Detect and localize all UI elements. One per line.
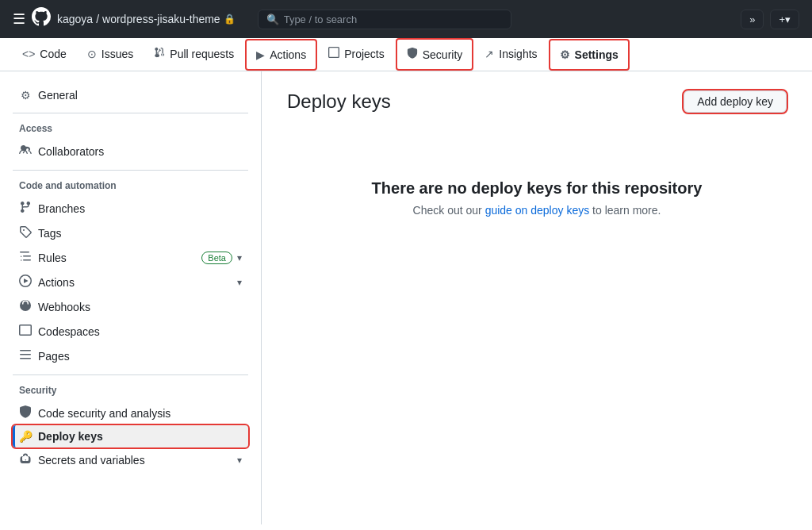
security-icon [407,48,418,61]
new-button[interactable]: +▾ [770,10,799,29]
sidebar-collaborators-label: Collaborators [38,145,242,158]
webhooks-icon [19,299,32,314]
rules-icon [19,250,32,265]
sidebar-code-security-label: Code security and analysis [38,407,242,420]
repo-nav: <> Code ⊙ Issues Pull requests ▶ Actions… [0,38,812,71]
github-logo[interactable] [32,7,51,31]
actions-sidebar-icon [19,275,32,290]
nav-actions-label: Actions [270,48,306,61]
projects-icon [328,47,339,60]
insights-icon: ↗ [485,48,494,60]
sidebar-security-section: Security [13,385,248,396]
codespaces-icon [19,324,32,339]
search-placeholder: Type / to search [284,13,358,25]
topbar-search[interactable]: 🔍 Type / to search [258,10,511,29]
sidebar-tags[interactable]: Tags [13,221,248,245]
empty-state-description: Check out our guide on deploy keys to le… [303,204,771,217]
sidebar-secrets-label: Secrets and variables [38,454,145,467]
repo-owner-link[interactable]: kagoya [57,13,93,25]
nav-projects[interactable]: Projects [319,39,394,70]
sidebar-access-section: Access [13,123,248,134]
empty-state: There are no deploy keys for this reposi… [287,132,787,264]
key-icon: 🔑 [19,430,32,443]
actions-icon: ▶ [256,48,265,61]
beta-badge: Beta [201,252,232,264]
secrets-chevron-icon: ▾ [237,455,242,466]
code-security-icon [19,405,32,421]
nav-pr-label: Pull requests [170,48,234,60]
sidebar-divider-1 [13,113,248,113]
sidebar-deploy-keys-label: Deploy keys [38,430,242,443]
nav-settings-label: Settings [575,48,619,61]
sidebar-branches-label: Branches [38,202,242,215]
nav-insights[interactable]: ↗ Insights [475,40,546,70]
sidebar-webhooks[interactable]: Webhooks [13,294,248,319]
code-icon: <> [22,48,35,60]
sidebar-code-security[interactable]: Code security and analysis [13,401,248,425]
settings-icon: ⚙ [560,48,570,61]
sidebar-codespaces[interactable]: Codespaces [13,319,248,344]
empty-desc-prefix: Check out our [413,204,485,217]
repo-path: kagoya / wordpress-jisaku-theme 🔒 [57,13,236,25]
terminal-icon: » [749,13,755,25]
chevron-down-icon: ▾ [237,252,242,263]
nav-projects-label: Projects [344,48,385,60]
nav-settings[interactable]: ⚙ Settings [549,39,630,71]
pages-icon [19,348,32,363]
sidebar-branches[interactable]: Branches [13,196,248,221]
sidebar-rules-label: Rules [38,252,67,264]
actions-chevron-icon: ▾ [237,277,242,288]
lock-icon: 🔒 [224,13,236,25]
sidebar: ⚙ General Access Collaborators Code and … [0,71,262,524]
repo-name-link[interactable]: wordpress-jisaku-theme [102,13,220,25]
add-deploy-key-button[interactable]: Add deploy key [684,90,787,113]
search-icon: 🔍 [266,13,279,25]
nav-issues[interactable]: ⊙ Issues [78,40,143,70]
main-content: Deploy keys Add deploy key There are no … [262,71,812,524]
sidebar-general[interactable]: ⚙ General [13,84,248,106]
main-header: Deploy keys Add deploy key [287,90,787,113]
sidebar-codespaces-label: Codespaces [38,325,242,338]
guide-link[interactable]: guide on deploy keys [485,204,590,217]
sidebar-deploy-keys[interactable]: 🔑 Deploy keys [13,425,248,447]
page-title: Deploy keys [287,90,391,113]
sidebar-actions[interactable]: Actions ▾ [13,270,248,294]
sidebar-divider-2 [13,170,248,171]
gear-icon: ⚙ [19,89,32,102]
topbar-left: ☰ kagoya / wordpress-jisaku-theme 🔒 [13,7,236,31]
sidebar-pages[interactable]: Pages [13,344,248,368]
layout: ⚙ General Access Collaborators Code and … [0,71,812,524]
sidebar-pages-label: Pages [38,350,242,363]
sidebar-general-label: General [38,89,242,102]
empty-state-title: There are no deploy keys for this reposi… [303,179,771,198]
sidebar-collaborators[interactable]: Collaborators [13,139,248,163]
secrets-icon [19,452,32,467]
sidebar-secrets[interactable]: Secrets and variables ▾ [13,447,248,472]
sidebar-webhooks-label: Webhooks [38,301,242,313]
nav-issues-label: Issues [102,48,133,60]
topbar-right: » +▾ [741,10,799,29]
nav-security[interactable]: Security [396,38,474,71]
pr-icon [154,47,165,60]
empty-desc-suffix: to learn more. [592,204,661,217]
nav-code[interactable]: <> Code [13,40,76,70]
sidebar-rules[interactable]: Rules Beta ▾ [13,245,248,270]
terminal-button[interactable]: » [741,10,764,29]
tags-icon [19,225,32,240]
nav-code-label: Code [40,48,66,60]
branches-icon [19,201,32,216]
nav-actions[interactable]: ▶ Actions [245,39,317,71]
issues-icon: ⊙ [87,48,97,60]
hamburger-icon[interactable]: ☰ [13,10,25,28]
sidebar-code-automation-section: Code and automation [13,180,248,191]
topbar: ☰ kagoya / wordpress-jisaku-theme 🔒 🔍 Ty… [0,0,812,38]
nav-pull-requests[interactable]: Pull requests [144,39,243,70]
nav-security-label: Security [423,48,463,61]
sidebar-actions-label: Actions [38,276,75,289]
sidebar-divider-3 [13,374,248,375]
sidebar-tags-label: Tags [38,227,242,240]
collaborators-icon [19,144,32,159]
nav-insights-label: Insights [499,48,537,60]
